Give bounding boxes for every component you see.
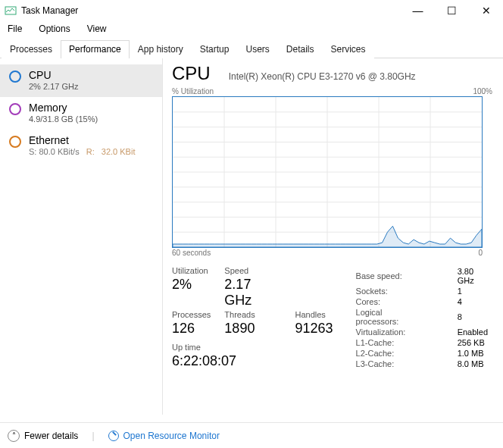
- sidebar-cpu-label: CPU: [29, 69, 78, 81]
- sidebar-item-memory[interactable]: Memory 4.9/31.8 GB (15%): [0, 97, 162, 130]
- cpu-icon: [9, 70, 21, 83]
- open-resource-monitor-link[interactable]: Open Resource Monitor: [108, 431, 220, 441]
- ethernet-icon: [9, 136, 21, 148]
- spec-virtualization: Enabled: [458, 327, 492, 337]
- tab-performance[interactable]: Performance: [61, 40, 130, 58]
- stat-processes: 126: [172, 321, 211, 337]
- resource-monitor-icon: [108, 431, 119, 441]
- stat-uptime: 6:22:08:07: [172, 353, 333, 369]
- menu-view[interactable]: View: [84, 22, 110, 36]
- menu-file[interactable]: File: [5, 22, 25, 36]
- stat-utilization: 2%: [172, 277, 211, 309]
- maximize-button[interactable]: ☐: [435, 0, 469, 21]
- stats-live: Utilization Speed 2% 2.17 GHz Processes …: [172, 266, 333, 369]
- tab-strip: Processes Performance App history Startu…: [0, 39, 503, 58]
- tab-processes[interactable]: Processes: [2, 40, 61, 58]
- main-panel: CPU Intel(R) Xeon(R) CPU E3-1270 v6 @ 3.…: [163, 58, 503, 415]
- memory-icon: [9, 103, 21, 115]
- sidebar-ethernet-sub: S: 80.0 KBit/s R: 32.0 KBit: [29, 147, 135, 156]
- chart-ylabel: % Utilization: [172, 87, 214, 96]
- sidebar-item-ethernet[interactable]: Ethernet S: 80.0 KBit/s R: 32.0 KBit: [0, 130, 162, 162]
- spec-logical-processors: 8: [458, 307, 492, 327]
- sidebar-memory-label: Memory: [29, 102, 98, 114]
- menu-bar: File Options View: [0, 21, 503, 36]
- tab-app-history[interactable]: App history: [130, 40, 192, 58]
- sidebar-memory-sub: 4.9/31.8 GB (15%): [29, 114, 98, 124]
- title-bar: Task Manager — ☐ ✕: [0, 0, 503, 21]
- main-title: CPU: [172, 63, 211, 84]
- tab-details[interactable]: Details: [278, 40, 323, 58]
- utilization-chart: [172, 96, 483, 248]
- menu-options[interactable]: Options: [36, 22, 73, 36]
- stat-handles: 91263: [295, 321, 333, 337]
- spec-l3-cache: 8.0 MB: [458, 359, 492, 369]
- spec-base-speed: 3.80 GHz: [458, 266, 492, 286]
- stats-specs: Base speed:3.80 GHz Sockets:1 Cores:4 Lo…: [356, 266, 492, 369]
- spec-l1-cache: 256 KB: [458, 337, 492, 348]
- app-icon: [5, 5, 17, 17]
- chevron-up-icon: ˄: [8, 430, 20, 442]
- spec-sockets: 1: [458, 286, 492, 296]
- sidebar: CPU 2% 2.17 GHz Memory 4.9/31.8 GB (15%)…: [0, 58, 163, 415]
- window-title: Task Manager: [21, 5, 78, 16]
- sidebar-cpu-sub: 2% 2.17 GHz: [29, 82, 78, 91]
- footer: ˄ Fewer details | Open Resource Monitor: [0, 422, 503, 448]
- chart-xmin: 0: [478, 249, 483, 257]
- sidebar-ethernet-label: Ethernet: [29, 134, 135, 146]
- stat-threads: 1890: [224, 321, 281, 337]
- fewer-details-button[interactable]: ˄ Fewer details: [8, 430, 78, 442]
- chart-xmax: 60 seconds: [172, 249, 211, 257]
- cpu-model: Intel(R) Xeon(R) CPU E3-1270 v6 @ 3.80GH…: [229, 71, 416, 82]
- spec-cores: 4: [458, 296, 492, 307]
- chart-ymax: 100%: [473, 87, 492, 96]
- stat-speed: 2.17 GHz: [224, 277, 281, 309]
- minimize-button[interactable]: —: [401, 0, 435, 21]
- tab-users[interactable]: Users: [237, 40, 277, 58]
- spec-l2-cache: 1.0 MB: [458, 348, 492, 359]
- window-controls: — ☐ ✕: [401, 0, 503, 21]
- sidebar-item-cpu[interactable]: CPU 2% 2.17 GHz: [0, 64, 162, 97]
- tab-startup[interactable]: Startup: [192, 40, 238, 58]
- tab-services[interactable]: Services: [323, 40, 374, 58]
- close-button[interactable]: ✕: [469, 0, 503, 21]
